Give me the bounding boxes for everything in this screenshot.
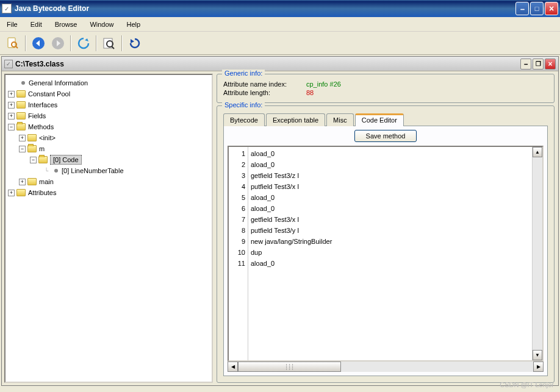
code-line[interactable]: new java/lang/StringBuilder: [251, 236, 529, 247]
code-editor[interactable]: 1234567891011 aload_0aload_0getfield Tes…: [228, 146, 544, 362]
attr-name-label: Attribute name index:: [223, 80, 303, 88]
menu-browse[interactable]: Browse: [53, 20, 79, 29]
doc-close-button[interactable]: ×: [545, 59, 556, 69]
code-line[interactable]: dup: [251, 247, 529, 258]
collapse-icon[interactable]: −: [8, 124, 15, 130]
toolbar-separator: [96, 35, 97, 51]
reset-icon: [128, 37, 142, 50]
document-titlebar: ✓ C:\Test3.class ‒ ❐ ×: [2, 57, 558, 71]
menu-help[interactable]: Help: [125, 20, 143, 29]
tree-node-fields[interactable]: + Fields: [8, 110, 209, 121]
toolbar: [0, 32, 560, 55]
find-icon: [102, 37, 116, 50]
refresh-button[interactable]: [74, 34, 93, 52]
horizontal-scrollbar[interactable]: ◀ ┊┊┊ ▶: [228, 362, 544, 372]
folder-icon: [16, 101, 26, 109]
doc-restore-button[interactable]: ❐: [533, 59, 544, 69]
refresh-icon: [77, 37, 90, 50]
expand-icon[interactable]: +: [19, 135, 26, 141]
tree-node-interfaces[interactable]: + Interfaces: [8, 99, 209, 110]
tab-bytecode[interactable]: Bytecode: [223, 113, 265, 126]
tree-node-methods[interactable]: − Methods: [8, 121, 209, 132]
code-line[interactable]: aload_0: [251, 148, 529, 159]
scroll-right-button[interactable]: ▶: [533, 362, 544, 372]
tree-node-line-number-table[interactable]: └ [0] LineNumberTable: [8, 165, 209, 176]
expand-icon[interactable]: +: [8, 113, 15, 119]
folder-open-icon: [38, 156, 48, 163]
tab-misc[interactable]: Misc: [326, 113, 354, 126]
bullet-icon: [54, 169, 58, 173]
tree-node-main[interactable]: + main: [8, 176, 209, 187]
scroll-left-button[interactable]: ◀: [228, 362, 238, 372]
collapse-icon[interactable]: −: [19, 146, 26, 152]
generic-info-title: Generic info:: [222, 69, 265, 77]
code-line[interactable]: putfield Test3/x I: [251, 181, 529, 192]
minimize-button[interactable]: ‒: [515, 2, 529, 15]
open-doc-search-button[interactable]: [4, 34, 22, 52]
save-method-button[interactable]: Save method: [354, 130, 417, 142]
folder-open-icon: [27, 145, 37, 152]
menu-window[interactable]: Window: [88, 20, 115, 29]
tree-node-constant-pool[interactable]: + Constant Pool: [8, 88, 209, 99]
tab-exception-table[interactable]: Exception table: [266, 113, 325, 126]
code-line[interactable]: aload_0: [251, 203, 529, 214]
arrow-left-icon: [32, 37, 45, 50]
scrollbar-thumb[interactable]: ┊┊┊: [238, 362, 341, 372]
document-window: ✓ C:\Test3.class ‒ ❐ × General Informati…: [1, 56, 559, 386]
doc-minimize-button[interactable]: ‒: [520, 59, 531, 69]
app-title: Java Bytecode Editor: [15, 4, 515, 13]
close-button[interactable]: ×: [545, 2, 558, 15]
back-button[interactable]: [29, 34, 48, 52]
folder-icon: [27, 134, 37, 141]
expand-icon[interactable]: +: [8, 91, 15, 98]
app-icon: [2, 4, 12, 13]
toolbar-separator: [25, 35, 26, 51]
forward-button[interactable]: [49, 34, 67, 52]
attr-len-label: Attribute length:: [223, 89, 303, 96]
expand-icon[interactable]: +: [19, 179, 26, 185]
menu-file[interactable]: File: [5, 20, 20, 29]
document-icon: ✓: [4, 60, 13, 68]
code-line[interactable]: aload_0: [251, 258, 529, 269]
toolbar-separator: [70, 35, 71, 51]
reset-button[interactable]: [126, 34, 144, 52]
vertical-scrollbar[interactable]: ▲ ▼: [532, 147, 542, 360]
code-line[interactable]: getfield Test3/x I: [251, 214, 529, 225]
code-line[interactable]: putfield Test3/y I: [251, 225, 529, 236]
folder-icon: [16, 189, 26, 196]
scroll-down-button[interactable]: ▼: [533, 350, 542, 360]
arrow-right-icon: [51, 37, 65, 50]
tree-node-code[interactable]: − [0] Code: [8, 154, 209, 165]
code-lines[interactable]: aload_0aload_0getfield Test3/z Iputfield…: [248, 147, 532, 360]
main-titlebar: Java Bytecode Editor ‒ □ ×: [0, 0, 560, 17]
specific-info-box: Specific info: Bytecode Exception table …: [217, 105, 555, 383]
tree-node-m[interactable]: − m: [8, 143, 209, 154]
collapse-icon[interactable]: −: [30, 157, 37, 163]
tab-code-editor[interactable]: Code Editor: [355, 113, 404, 126]
expand-icon[interactable]: +: [8, 190, 15, 196]
bullet-icon: [21, 81, 25, 85]
scrollbar-track[interactable]: ┊┊┊: [238, 362, 533, 372]
document-search-icon: [6, 37, 20, 50]
tree-node-general[interactable]: General Information: [8, 77, 209, 88]
tab-bar: Bytecode Exception table Misc Code Edito…: [223, 113, 548, 126]
code-line[interactable]: aload_0: [251, 192, 529, 203]
attr-len-value: 88: [306, 89, 314, 96]
document-title: C:\Test3.class: [15, 60, 520, 68]
code-line[interactable]: aload_0: [251, 159, 529, 170]
folder-icon: [27, 178, 37, 185]
expand-icon[interactable]: +: [8, 102, 15, 109]
attr-name-value: cp_info #26: [306, 80, 341, 88]
watermark: CSDN @IT-Lenjor: [500, 381, 554, 388]
toolbar-separator: [121, 35, 123, 51]
tree-node-init[interactable]: + <init>: [8, 132, 209, 143]
svg-line-2: [16, 46, 18, 48]
tab-content: Save method 1234567891011 aload_0aload_0…: [223, 126, 548, 376]
scroll-up-button[interactable]: ▲: [533, 147, 542, 157]
tree-node-attributes[interactable]: + Attributes: [8, 187, 209, 198]
maximize-button[interactable]: □: [530, 2, 544, 15]
menu-edit[interactable]: Edit: [29, 20, 44, 29]
code-line[interactable]: getfield Test3/z I: [251, 170, 529, 181]
tree-panel[interactable]: General Information + Constant Pool + In…: [4, 74, 213, 383]
find-button[interactable]: [100, 34, 118, 52]
